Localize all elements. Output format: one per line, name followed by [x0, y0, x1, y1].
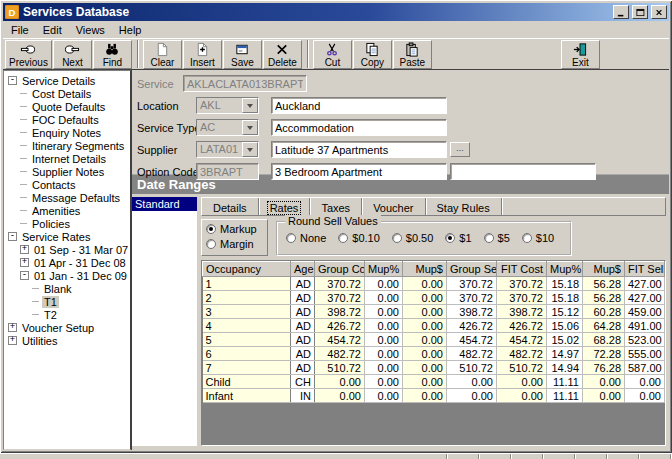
- cell[interactable]: 426.72: [447, 319, 497, 333]
- tab-details[interactable]: Details: [202, 198, 259, 215]
- find-button[interactable]: Find: [93, 40, 132, 69]
- cell[interactable]: 0.00: [625, 375, 665, 389]
- cell[interactable]: 14.97: [547, 347, 583, 361]
- round-sell-option-0-10[interactable]: $0.10: [338, 232, 380, 244]
- radio-icon[interactable]: [522, 233, 532, 243]
- cell[interactable]: AD: [291, 291, 315, 305]
- cell[interactable]: CH: [291, 375, 315, 389]
- expand-icon[interactable]: +: [20, 258, 29, 267]
- cell[interactable]: 370.72: [497, 277, 547, 291]
- radio-icon[interactable]: [206, 239, 216, 249]
- cell[interactable]: 370.72: [315, 291, 365, 305]
- cell[interactable]: 0.00: [365, 389, 403, 403]
- expand-icon[interactable]: +: [20, 245, 29, 254]
- cell[interactable]: 0.00: [365, 347, 403, 361]
- cell[interactable]: 0.00: [315, 375, 365, 389]
- column-header-group-cost-2[interactable]: Group Cost: [315, 262, 365, 277]
- cell[interactable]: 0.00: [403, 361, 447, 375]
- cell[interactable]: 15.12: [547, 305, 583, 319]
- cell[interactable]: 15.02: [547, 333, 583, 347]
- save-button[interactable]: Save: [223, 40, 262, 69]
- cell[interactable]: 56.28: [583, 291, 625, 305]
- cell[interactable]: 482.72: [315, 347, 365, 361]
- cell[interactable]: 5: [203, 333, 291, 347]
- tree-item-policies[interactable]: Policies: [6, 217, 130, 230]
- round-sell-option-10[interactable]: $10: [522, 232, 554, 244]
- minimize-button[interactable]: [613, 5, 629, 19]
- cell[interactable]: 1: [203, 277, 291, 291]
- tree-item-t2[interactable]: T2: [6, 308, 130, 321]
- cell[interactable]: 0.00: [365, 361, 403, 375]
- clear-button[interactable]: Clear: [143, 40, 182, 69]
- column-header-mup-4[interactable]: Mup$: [403, 262, 447, 277]
- cell[interactable]: 0.00: [403, 389, 447, 403]
- cell[interactable]: 0.00: [403, 277, 447, 291]
- pricing-mode-option-margin[interactable]: Margin: [206, 238, 263, 250]
- cell[interactable]: 510.72: [315, 361, 365, 375]
- cell[interactable]: 60.28: [583, 305, 625, 319]
- cell[interactable]: 3: [203, 305, 291, 319]
- tree-item-internet-details[interactable]: Internet Details: [6, 152, 130, 165]
- paste-button[interactable]: Paste: [393, 40, 432, 69]
- cell[interactable]: 398.72: [315, 305, 365, 319]
- expand-icon[interactable]: +: [8, 323, 17, 332]
- location-description-field[interactable]: [271, 97, 447, 114]
- supplier-description-field[interactable]: [271, 141, 447, 158]
- next-button[interactable]: Next: [53, 40, 92, 69]
- cell[interactable]: 0.00: [315, 389, 365, 403]
- cell[interactable]: Infant: [203, 389, 291, 403]
- cell[interactable]: 72.28: [583, 347, 625, 361]
- cell[interactable]: 510.72: [447, 361, 497, 375]
- tree-item-voucher-setup[interactable]: +Voucher Setup: [6, 321, 130, 334]
- cell[interactable]: 482.72: [497, 347, 547, 361]
- cell[interactable]: 0.00: [365, 333, 403, 347]
- tree-item-itinerary-segments[interactable]: Itinerary Segments: [6, 139, 130, 152]
- column-header-mup-7[interactable]: Mup%: [547, 262, 583, 277]
- tree-item-enquiry-notes[interactable]: Enquiry Notes: [6, 126, 130, 139]
- column-header-age-1[interactable]: Age: [291, 262, 315, 277]
- cell[interactable]: 0.00: [403, 347, 447, 361]
- supplier-browse-button[interactable]: ...: [450, 142, 470, 157]
- supplier-dropdown-arrow-icon[interactable]: [242, 142, 258, 157]
- radio-icon[interactable]: [206, 224, 216, 234]
- tree-item-supplier-notes[interactable]: Supplier Notes: [6, 165, 130, 178]
- cell[interactable]: 11.11: [547, 389, 583, 403]
- cell[interactable]: 454.72: [497, 333, 547, 347]
- cell[interactable]: 555.00: [625, 347, 665, 361]
- menu-help[interactable]: Help: [112, 22, 149, 38]
- cell[interactable]: 426.72: [497, 319, 547, 333]
- cell[interactable]: 0.00: [365, 305, 403, 319]
- delete-button[interactable]: Delete: [263, 40, 302, 69]
- close-button[interactable]: [651, 5, 667, 19]
- cell[interactable]: 4: [203, 319, 291, 333]
- tree-item-contacts[interactable]: Contacts: [6, 178, 130, 191]
- expand-icon[interactable]: +: [8, 336, 17, 345]
- cell[interactable]: 64.28: [583, 319, 625, 333]
- cell[interactable]: AD: [291, 319, 315, 333]
- cell[interactable]: 427.00: [625, 291, 665, 305]
- tree-item-blank[interactable]: Blank: [6, 282, 130, 295]
- cell[interactable]: 0.00: [447, 375, 497, 389]
- radio-icon[interactable]: [445, 233, 455, 243]
- copy-button[interactable]: Copy: [353, 40, 392, 69]
- cell[interactable]: 15.06: [547, 319, 583, 333]
- menu-views[interactable]: Views: [69, 22, 112, 38]
- tab-taxes[interactable]: Taxes: [310, 198, 362, 215]
- service-type-dropdown-arrow-icon[interactable]: [242, 120, 258, 135]
- cell[interactable]: 0.00: [403, 375, 447, 389]
- service-type-description-field[interactable]: [271, 119, 447, 136]
- cell[interactable]: 427.00: [625, 277, 665, 291]
- taskbar-sliver[interactable]: [0, 453, 672, 459]
- radio-icon[interactable]: [338, 233, 348, 243]
- option-extra-field[interactable]: [450, 163, 596, 180]
- column-header-occupancy-0[interactable]: Occupancy: [203, 262, 291, 277]
- cell[interactable]: 398.72: [497, 305, 547, 319]
- service-type-combobox[interactable]: AC: [196, 119, 259, 136]
- tree-item-cost-details[interactable]: Cost Details: [6, 87, 130, 100]
- collapse-icon[interactable]: -: [20, 271, 29, 280]
- location-dropdown-arrow-icon[interactable]: [242, 98, 258, 113]
- cell[interactable]: AD: [291, 305, 315, 319]
- radio-icon[interactable]: [286, 233, 296, 243]
- tab-voucher[interactable]: Voucher: [362, 198, 425, 215]
- cell[interactable]: 0.00: [403, 305, 447, 319]
